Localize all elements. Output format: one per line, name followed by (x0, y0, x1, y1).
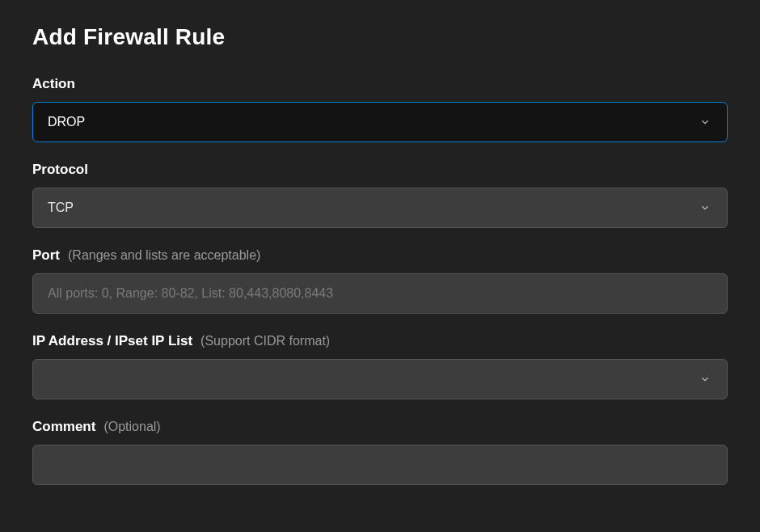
action-select[interactable]: DROP (32, 102, 728, 142)
field-label-row: Port (Ranges and lists are acceptable) (32, 247, 728, 264)
ip-label: IP Address / IPset IP List (32, 333, 192, 349)
chevron-down-icon (698, 201, 712, 215)
field-label-row: Protocol (32, 162, 728, 178)
port-label: Port (32, 247, 60, 264)
action-select-value: DROP (48, 115, 85, 129)
field-group-comment: Comment (Optional) (32, 419, 728, 485)
comment-input[interactable] (32, 445, 728, 485)
action-label: Action (32, 76, 75, 92)
field-label-row: Action (32, 76, 728, 92)
field-label-row: IP Address / IPset IP List (Support CIDR… (32, 333, 728, 349)
field-group-port: Port (Ranges and lists are acceptable) (32, 247, 728, 314)
protocol-label: Protocol (32, 162, 88, 178)
ip-hint: (Support CIDR format) (201, 334, 330, 348)
protocol-select-value: TCP (48, 201, 74, 215)
port-hint: (Ranges and lists are acceptable) (68, 248, 260, 263)
page-title: Add Firewall Rule (32, 24, 728, 50)
chevron-down-icon (698, 372, 712, 386)
field-group-protocol: Protocol TCP (32, 162, 728, 228)
ip-select[interactable] (32, 359, 728, 399)
comment-label: Comment (32, 419, 95, 435)
field-group-action: Action DROP (32, 76, 728, 142)
field-label-row: Comment (Optional) (32, 419, 728, 435)
comment-hint: (Optional) (103, 420, 160, 434)
chevron-down-icon (698, 115, 712, 129)
field-group-ip: IP Address / IPset IP List (Support CIDR… (32, 333, 728, 399)
protocol-select[interactable]: TCP (32, 188, 728, 228)
port-input[interactable] (32, 273, 728, 314)
